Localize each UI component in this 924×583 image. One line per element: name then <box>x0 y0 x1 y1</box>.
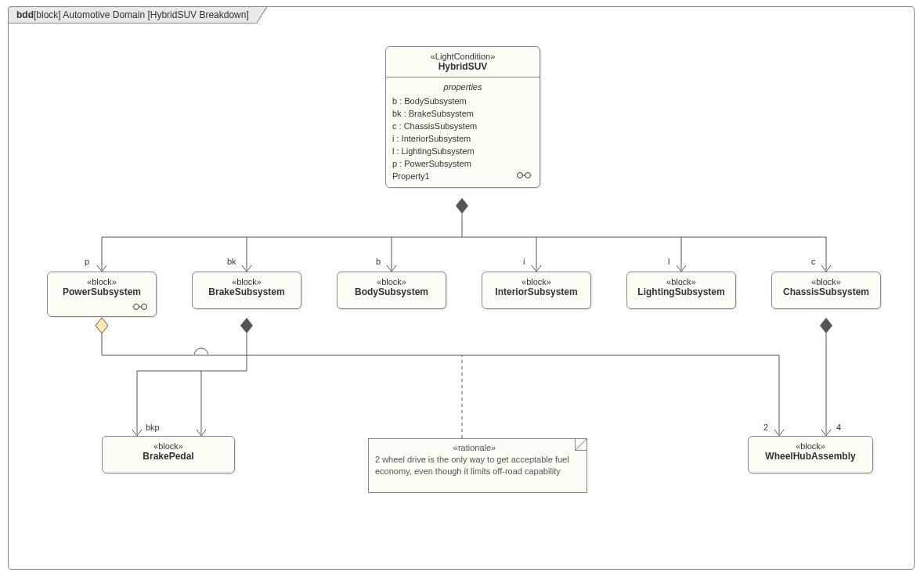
diagram-title-tab: bdd[block] Automotive Domain [HybridSUV … <box>8 6 258 23</box>
block-name: InteriorSubsystem <box>487 286 586 297</box>
block-wheelhubassembly[interactable]: «block»WheelHubAssembly <box>748 436 873 473</box>
svg-point-14 <box>518 173 523 178</box>
role-label: l <box>668 257 670 266</box>
block-name: BrakePedal <box>107 451 229 462</box>
role-label: b <box>376 257 381 266</box>
property-row: bk : BrakeSubsystem <box>392 107 533 120</box>
stereotype-label: «block» <box>52 277 151 286</box>
role-label: bkp <box>146 423 160 432</box>
stereotype-label: «block» <box>342 277 441 286</box>
block-name: WheelHubAssembly <box>753 451 868 462</box>
block-name: HybridSUV <box>391 61 535 72</box>
property-row: i : InteriorSubsystem <box>392 132 533 145</box>
diagram-title: [block] Automotive Domain [HybridSUV Bre… <box>34 9 249 20</box>
glasses-icon <box>516 170 533 182</box>
block-hybridsuv[interactable]: «LightCondition» HybridSUV properties b … <box>385 46 540 188</box>
block-name: PowerSubsystem <box>52 286 151 297</box>
block-powersubsystem[interactable]: «block» PowerSubsystem <box>47 272 157 317</box>
block-bodysubsystem[interactable]: «block»BodySubsystem <box>337 272 446 309</box>
svg-point-17 <box>134 304 139 310</box>
block-name: LightingSubsystem <box>632 286 731 297</box>
stereotype-label: «block» <box>107 441 229 451</box>
role-label: p <box>85 257 89 266</box>
diagram-kind: bdd <box>16 9 34 20</box>
block-name: BodySubsystem <box>342 286 441 297</box>
note-fold-icon <box>575 439 587 451</box>
stereotype-label: «block» <box>197 277 296 286</box>
block-brakesubsystem[interactable]: «block»BrakeSubsystem <box>192 272 301 309</box>
block-interiorsubsystem[interactable]: «block»InteriorSubsystem <box>482 272 591 309</box>
compartment-title: properties <box>392 81 533 93</box>
property-row: Property1 <box>392 170 533 182</box>
note-text: 2 wheel drive is the only way to get acc… <box>375 454 574 477</box>
multiplicity-label: 4 <box>836 423 841 432</box>
stereotype-label: «block» <box>753 441 868 451</box>
role-label: bk <box>227 257 236 266</box>
role-label: i <box>523 257 525 266</box>
svg-point-15 <box>525 173 531 178</box>
block-brakepedal[interactable]: «block»BrakePedal <box>102 436 235 473</box>
stereotype-label: «block» <box>632 277 731 286</box>
property-row: b : BodySubsystem <box>392 95 533 107</box>
block-name: ChassisSubsystem <box>777 286 875 297</box>
property-row: c : ChassisSubsystem <box>392 120 533 132</box>
property-row: p : PowerSubsystem <box>392 157 533 170</box>
stereotype-label: «LightCondition» <box>391 52 535 61</box>
stereotype-label: «rationale» <box>375 442 574 454</box>
block-chassissubsystem[interactable]: «block»ChassisSubsystem <box>771 272 881 309</box>
block-lightingsubsystem[interactable]: «block»LightingSubsystem <box>626 272 736 309</box>
multiplicity-label: 2 <box>763 423 768 432</box>
block-name: BrakeSubsystem <box>197 286 296 297</box>
role-label: c <box>811 257 816 266</box>
stereotype-label: «block» <box>777 277 875 286</box>
glasses-icon <box>132 302 150 313</box>
property-row: l : LightingSubsystem <box>392 145 533 157</box>
rationale-note[interactable]: «rationale» 2 wheel drive is the only wa… <box>368 438 587 493</box>
stereotype-label: «block» <box>487 277 586 286</box>
svg-point-18 <box>142 304 147 310</box>
